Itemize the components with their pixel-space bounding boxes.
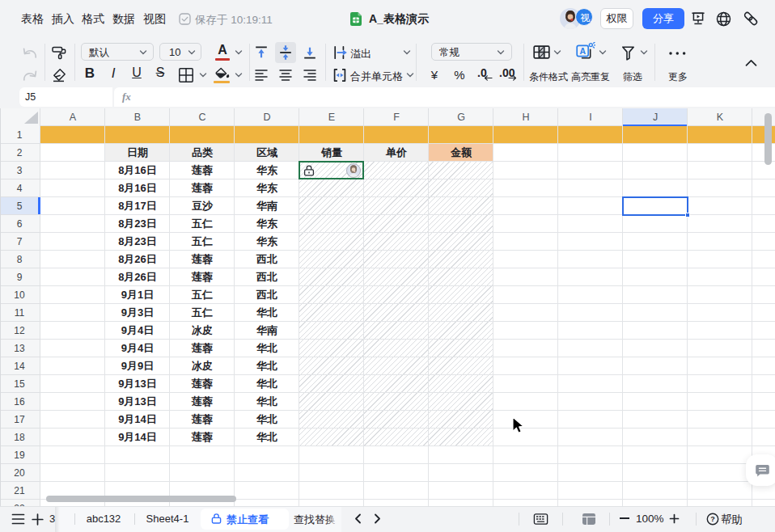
svg-text:A: A (579, 46, 586, 56)
svg-text:?: ? (710, 515, 715, 523)
